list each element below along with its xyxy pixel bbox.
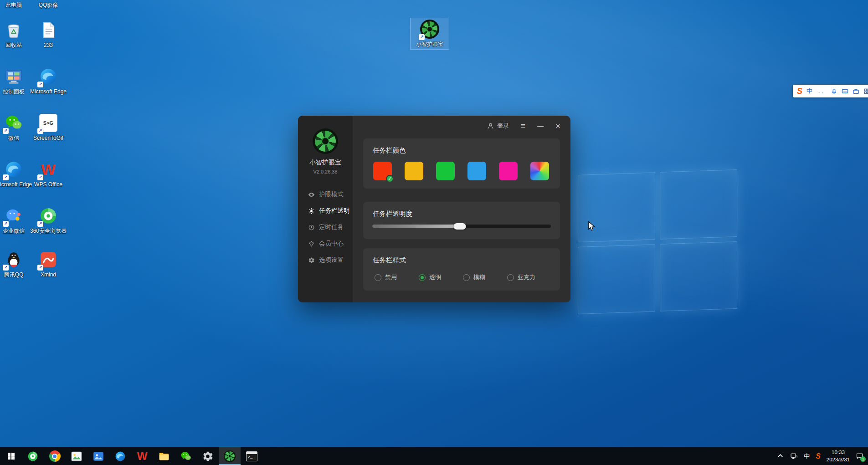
shortcut-arrow-icon: ↗	[3, 174, 9, 180]
login-button[interactable]: 登录	[487, 122, 509, 130]
menu-item-options[interactable]: 选项设置	[298, 252, 353, 268]
edge-icon: ↗	[4, 160, 23, 179]
tray-chevron-up-icon[interactable]	[776, 452, 784, 460]
soft-keyboard-icon[interactable]	[842, 88, 848, 95]
desktop-icon-233-document[interactable]: 233	[29, 19, 67, 50]
tray-clock[interactable]: 10:33 2023/3/31	[827, 449, 850, 463]
microphone-icon[interactable]	[831, 88, 837, 95]
radio-blur[interactable]: 模糊	[463, 273, 485, 281]
desktop-icon-edge-2[interactable]: ↗ Microsoft Edge	[29, 66, 67, 97]
desktop-icon-wps[interactable]: W ↗ WPS Office	[29, 158, 67, 189]
desktop-icon-recycle-bin[interactable]: 回收站	[0, 19, 33, 50]
menu-item-label: 会员中心	[319, 240, 344, 248]
desktop-icon-label: 小智护眼宝	[416, 41, 443, 48]
radio-disable[interactable]: 禁用	[375, 273, 397, 281]
taskbar-app-file-explorer[interactable]	[153, 447, 175, 465]
grid-menu-icon[interactable]	[863, 88, 868, 95]
desktop-icon-wechat[interactable]: ↗ 微信	[0, 112, 33, 143]
edge-icon	[114, 450, 126, 462]
user-icon	[487, 122, 494, 130]
desktop-icon-360-browser[interactable]: ↗ 360安全浏览器	[29, 205, 67, 236]
desktop-icon-label: WPS Office	[34, 181, 62, 188]
taskbar-app-edge[interactable]	[109, 447, 131, 465]
desktop-icon-label: 腾讯QQ	[4, 271, 24, 278]
desktop-icon-label: Microsoft Edge	[30, 88, 67, 95]
shortcut-arrow-icon: ↗	[37, 174, 43, 180]
shortcut-arrow-icon: ↗	[37, 265, 43, 271]
radio-circle-icon	[463, 274, 470, 281]
text-document-icon	[39, 20, 58, 40]
desktop-icon-screentogif[interactable]: S>G ↗ ScreenToGif	[29, 112, 67, 143]
color-swatch-yellow[interactable]	[405, 162, 423, 180]
menu-item-member-center[interactable]: 会员中心	[298, 235, 353, 252]
sogou-logo-icon[interactable]: S	[797, 87, 802, 96]
360-browser-icon: ↗	[39, 206, 58, 225]
aperture-icon	[224, 450, 236, 462]
desktop-icon-qq-image[interactable]: QQ影像	[29, 0, 67, 10]
start-button[interactable]	[0, 447, 22, 465]
app-version: V2.0.26.38	[313, 169, 337, 174]
minimize-button[interactable]: —	[537, 123, 544, 129]
tray-display-network-icon[interactable]	[790, 452, 798, 460]
desktop-icon-this-pc[interactable]: 此电脑	[0, 0, 33, 10]
windows-logo-pane	[660, 169, 737, 240]
toolbox-icon[interactable]	[853, 88, 859, 95]
transparency-slider[interactable]	[372, 225, 551, 228]
app-sidebar: 小智护眼宝 V2.0.26.38 护眼模式 任务栏透明 定时任务 会员中心 选项…	[298, 116, 353, 302]
radio-label: 亚克力	[518, 273, 535, 281]
taskbar-app-gallery[interactable]	[66, 447, 87, 465]
desktop-icon-qq[interactable]: ↗ 腾讯QQ	[0, 249, 33, 280]
window-titlebar: 登录 ≡ — ×	[487, 116, 570, 136]
radio-transparent[interactable]: 透明	[419, 273, 441, 281]
taskbar-app-console[interactable]	[241, 447, 262, 465]
notification-count-badge: 1	[860, 456, 866, 462]
desktop-icon-label: ScreenToGif	[33, 135, 63, 142]
taskbar-app-360-browser[interactable]	[22, 447, 44, 465]
taskbar-app-wechat[interactable]	[175, 447, 197, 465]
desktop-icon-label: 微信	[8, 135, 19, 142]
color-swatch-rainbow[interactable]	[530, 162, 549, 180]
sogou-ime-toolbar: S 中 ，。	[793, 85, 868, 97]
taskbar-app-wps[interactable]: W	[131, 447, 153, 465]
taskbar-app-chrome[interactable]	[44, 447, 66, 465]
desktop-icon-eyecare-selected[interactable]: ↗ 小智护眼宝	[411, 18, 449, 49]
shortcut-arrow-icon: ↗	[3, 221, 9, 227]
section-title: 任务栏透明度	[363, 202, 560, 218]
shortcut-arrow-icon: ↗	[37, 221, 43, 227]
menu-item-eye-mode[interactable]: 护眼模式	[298, 186, 353, 203]
desktop-icon-xmind[interactable]: ↗ Xmind	[29, 249, 67, 280]
desktop-icon-edge[interactable]: ↗ Microsoft Edge	[0, 158, 33, 189]
radio-label: 透明	[429, 273, 441, 281]
tray-time: 10:33	[827, 449, 850, 456]
color-swatch-green[interactable]	[436, 162, 455, 180]
close-button[interactable]: ×	[555, 122, 560, 130]
menu-item-scheduled-tasks[interactable]: 定时任务	[298, 219, 353, 235]
taskbar-app-settings[interactable]	[197, 447, 219, 465]
folder-icon	[158, 450, 170, 462]
desktop-icon-label: 控制面板	[3, 88, 25, 95]
brightness-icon	[308, 208, 315, 215]
desktop-icon-control-panel[interactable]: 控制面板	[0, 66, 33, 97]
color-swatch-blue[interactable]	[467, 162, 486, 180]
wechat-icon	[180, 450, 192, 462]
radio-acrylic[interactable]: 亚克力	[507, 273, 535, 281]
tray-ime-language[interactable]: 中	[804, 452, 810, 460]
desktop-icon-label: Xmind	[41, 271, 56, 278]
menu-item-taskbar-transparent[interactable]: 任务栏透明	[298, 203, 353, 219]
taskbar-app-eyecare[interactable]	[219, 447, 241, 465]
tray-sogou-icon[interactable]: S	[816, 452, 821, 460]
windows-logo-pane	[578, 172, 655, 242]
taskbar-app-photos[interactable]	[87, 447, 109, 465]
wps-icon: W ↗	[39, 160, 58, 179]
wps-icon: W	[137, 450, 148, 462]
member-diamond-icon	[308, 240, 315, 247]
ime-punctuation-mode[interactable]: ，。	[817, 88, 827, 95]
desktop-icon-wecom[interactable]: ↗ 企业微信	[0, 205, 33, 236]
action-center-icon[interactable]: 1	[856, 452, 863, 460]
color-swatch-magenta[interactable]	[499, 162, 518, 180]
hamburger-menu-icon[interactable]: ≡	[521, 122, 525, 130]
ime-language-mode[interactable]: 中	[806, 87, 812, 95]
taskbar-transparency-card: 任务栏透明度	[363, 202, 560, 239]
color-swatch-red[interactable]: ✓	[373, 162, 392, 180]
transparency-slider-thumb[interactable]	[454, 223, 466, 230]
